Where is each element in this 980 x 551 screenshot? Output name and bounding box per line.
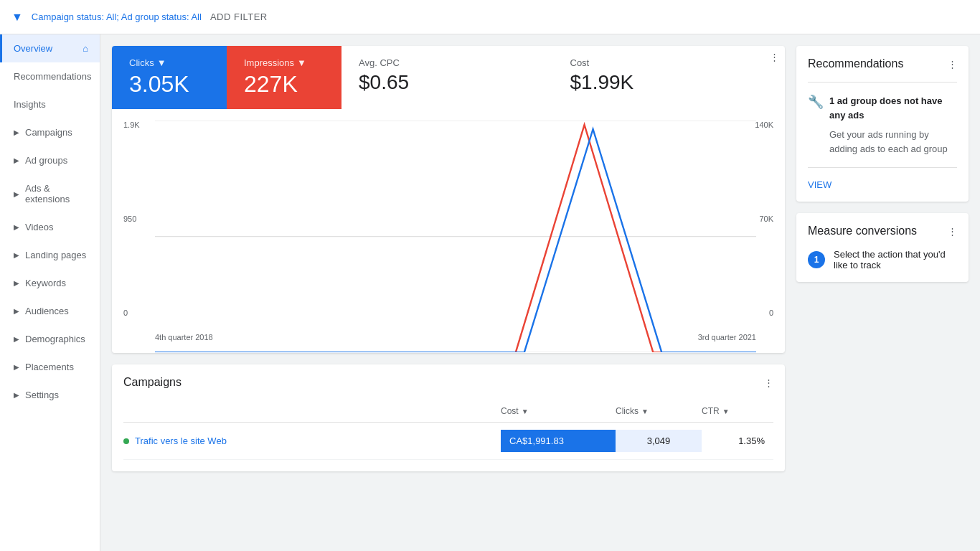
ctr-sort-icon: ▼ — [722, 408, 730, 415]
recommendations-label: Recommendations — [14, 71, 91, 82]
chart-x-end: 3rd quarter 2021 — [698, 333, 756, 342]
campaigns-arrow: ▶ — [14, 128, 19, 136]
clicks-dropdown-arrow: ▼ — [157, 57, 166, 68]
campaign-name-cell[interactable]: Trafic vers le site Web — [123, 435, 501, 446]
impressions-value: 227K — [244, 71, 324, 98]
top-bar: ▼ Campaign status: All; Ad group status:… — [0, 0, 980, 34]
recommendations-body: 1 ad group does not have any ads Get you… — [829, 94, 957, 156]
sidebar: Overview ⌂ Recommendations Insights ▶ Ca… — [0, 34, 100, 551]
sidebar-item-keywords[interactable]: ▶ Keywords — [0, 269, 100, 297]
clicks-label: Clicks ▼ — [129, 57, 209, 68]
campaigns-menu-button[interactable]: ⋮ — [764, 377, 773, 388]
ads-arrow: ▶ — [14, 190, 19, 198]
settings-label: Settings — [25, 390, 59, 400]
avg-cpc-value: $0.65 — [359, 71, 536, 94]
add-filter-button[interactable]: ADD FILTER — [210, 11, 268, 22]
status-dot — [123, 438, 129, 444]
recommendations-menu-button[interactable]: ⋮ — [948, 59, 957, 70]
settings-arrow: ▶ — [14, 391, 19, 399]
placements-arrow: ▶ — [14, 363, 19, 371]
sidebar-item-placements[interactable]: ▶ Placements — [0, 353, 100, 381]
sidebar-item-demographics[interactable]: ▶ Demographics — [0, 325, 100, 353]
clicks-value: 3.05K — [129, 71, 209, 98]
videos-label: Videos — [25, 222, 54, 232]
landing-pages-arrow: ▶ — [14, 251, 19, 259]
ads-label: Ads & extensions — [25, 183, 88, 204]
cost-label: Cost — [570, 57, 748, 68]
measure-step-1: 1 Select the action that you'd like to t… — [808, 249, 957, 270]
campaigns-card-title: Campaigns — [123, 376, 764, 389]
th-campaign-name — [123, 406, 501, 416]
impressions-dropdown-arrow: ▼ — [297, 57, 306, 68]
demographics-arrow: ▶ — [14, 335, 19, 343]
sidebar-item-recommendations[interactable]: Recommendations — [0, 62, 100, 90]
main-layout: Overview ⌂ Recommendations Insights ▶ Ca… — [0, 34, 980, 551]
measure-card-header: Measure conversions ⋮ — [808, 225, 957, 237]
campaigns-label: Campaigns — [25, 127, 72, 138]
main-content: Clicks ▼ 3.05K Impressions ▼ 227K Avg. — [100, 34, 980, 551]
sidebar-item-videos[interactable]: ▶ Videos — [0, 213, 100, 241]
recommendations-alert-title: 1 ad group does not have any ads — [829, 94, 957, 122]
keywords-label: Keywords — [25, 278, 66, 288]
step-1-number: 1 — [808, 251, 825, 268]
campaign-ctr-cell: 1.35% — [702, 430, 773, 452]
cost-value: $1.99K — [570, 71, 748, 94]
chart-x-axis: 4th quarter 2018 3rd quarter 2021 — [155, 333, 756, 342]
sidebar-item-campaigns[interactable]: ▶ Campaigns — [0, 118, 100, 146]
stats-menu-button[interactable]: ⋮ — [764, 46, 785, 68]
sidebar-item-ads-extensions[interactable]: ▶ Ads & extensions — [0, 174, 100, 213]
recommendations-alert-desc: Get your ads running by adding ads to ea… — [829, 128, 957, 156]
filter-text[interactable]: Campaign status: All; Ad group status: A… — [32, 11, 202, 22]
chart-svg — [155, 121, 756, 352]
right-column: Recommendations ⋮ 🔧 1 ad group does not … — [796, 46, 969, 540]
th-cost[interactable]: Cost ▼ — [501, 406, 616, 416]
avg-cpc-label: Avg. CPC — [359, 57, 536, 68]
measure-menu-button[interactable]: ⋮ — [948, 226, 957, 237]
chart-area: 1.9K 950 0 140K 70K 0 — [112, 109, 785, 353]
clicks-stat-box[interactable]: Clicks ▼ 3.05K — [112, 46, 227, 109]
campaigns-card-header: Campaigns ⋮ — [123, 376, 773, 389]
measure-conversions-card: Measure conversions ⋮ 1 Select the actio… — [796, 213, 969, 282]
clicks-sort-icon: ▼ — [641, 408, 649, 415]
audiences-arrow: ▶ — [14, 307, 19, 315]
videos-arrow: ▶ — [14, 223, 19, 231]
recommendations-view-button[interactable]: VIEW — [808, 179, 831, 190]
sidebar-item-audiences[interactable]: ▶ Audiences — [0, 297, 100, 325]
cost-stat-box: Cost $1.99K — [553, 46, 765, 109]
chart-y-axis-left: 1.9K 950 0 — [123, 121, 140, 317]
campaign-clicks-cell: 3,049 — [616, 430, 702, 452]
measure-card-title: Measure conversions — [808, 225, 948, 237]
stats-chart-card: Clicks ▼ 3.05K Impressions ▼ 227K Avg. — [112, 46, 785, 353]
stats-header: Clicks ▼ 3.05K Impressions ▼ 227K Avg. — [112, 46, 785, 109]
cost-sort-icon: ▼ — [522, 408, 529, 415]
recommendations-divider — [808, 82, 957, 83]
sidebar-item-insights[interactable]: Insights — [0, 90, 100, 118]
insights-label: Insights — [14, 99, 46, 110]
filter-icon: ▼ — [11, 11, 23, 24]
demographics-label: Demographics — [25, 334, 85, 344]
table-row: Trafic vers le site Web CA$1,991.83 3,04… — [123, 423, 773, 460]
home-icon: ⌂ — [83, 43, 88, 54]
audiences-label: Audiences — [25, 306, 69, 316]
sidebar-item-overview[interactable]: Overview ⌂ — [0, 34, 100, 62]
overview-label: Overview — [14, 43, 77, 54]
chart-x-start: 4th quarter 2018 — [155, 333, 213, 342]
avg-cpc-stat-box: Avg. CPC $0.65 — [341, 46, 553, 109]
recommendations-divider-2 — [808, 167, 957, 168]
campaign-cost-cell: CA$1,991.83 — [501, 430, 616, 452]
th-clicks[interactable]: Clicks ▼ — [616, 406, 702, 416]
keywords-arrow: ▶ — [14, 279, 19, 287]
campaigns-table-header: Cost ▼ Clicks ▼ CTR ▼ — [123, 400, 773, 423]
sidebar-item-landing-pages[interactable]: ▶ Landing pages — [0, 241, 100, 269]
recommendations-card-title: Recommendations — [808, 57, 948, 70]
sidebar-item-ad-groups[interactable]: ▶ Ad groups — [0, 146, 100, 174]
chart-y-axis-right: 140K 70K 0 — [755, 121, 773, 317]
placements-label: Placements — [25, 362, 74, 372]
ad-groups-arrow: ▶ — [14, 156, 19, 164]
landing-pages-label: Landing pages — [25, 250, 86, 260]
th-ctr[interactable]: CTR ▼ — [702, 406, 773, 416]
impressions-label: Impressions ▼ — [244, 57, 324, 68]
step-1-text: Select the action that you'd like to tra… — [834, 249, 957, 270]
impressions-stat-box[interactable]: Impressions ▼ 227K — [227, 46, 341, 109]
sidebar-item-settings[interactable]: ▶ Settings — [0, 381, 100, 409]
